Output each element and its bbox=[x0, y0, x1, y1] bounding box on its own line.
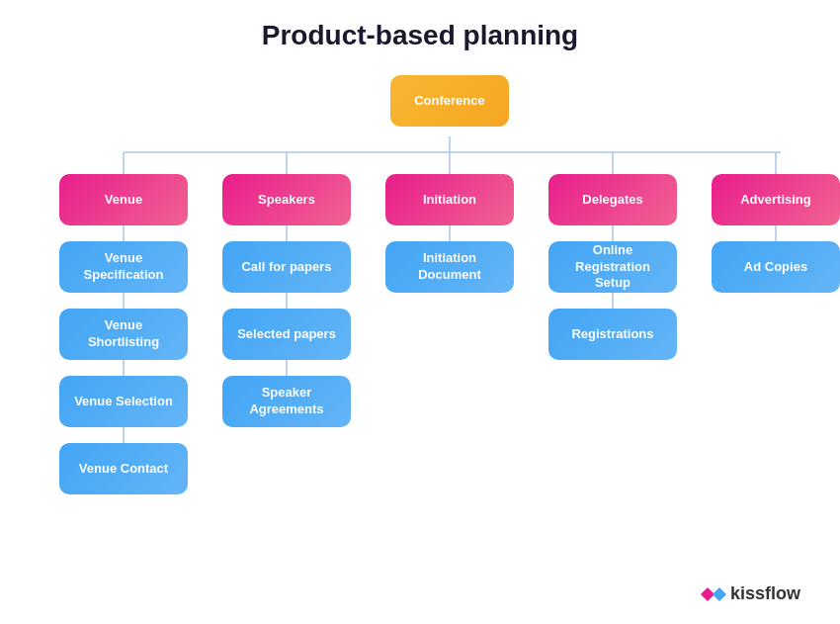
node-venue-sel[interactable]: Venue Selection bbox=[59, 376, 188, 427]
node-venue-spec[interactable]: Venue Specification bbox=[59, 241, 188, 293]
node-advertising[interactable]: Advertising bbox=[712, 174, 840, 225]
node-speaker-agree[interactable]: Speaker Agreements bbox=[222, 376, 351, 427]
node-registrations[interactable]: Registrations bbox=[548, 309, 677, 360]
node-ad-copies[interactable]: Ad Copies bbox=[712, 241, 840, 293]
kissflow-text: kissflow bbox=[730, 583, 800, 604]
node-delegates[interactable]: Delegates bbox=[548, 174, 677, 225]
chart: Conference Venue Venue Specification Ven… bbox=[30, 75, 810, 624]
node-venue-contact[interactable]: Venue Contact bbox=[59, 443, 188, 494]
node-conference[interactable]: Conference bbox=[390, 75, 509, 127]
kissflow-logo: kissflow bbox=[703, 583, 800, 604]
page-title: Product-based planning bbox=[30, 20, 810, 51]
node-venue-short[interactable]: Venue Shortlisting bbox=[59, 309, 188, 360]
kissflow-icon bbox=[703, 589, 724, 599]
node-online-reg[interactable]: Online Registration Setup bbox=[548, 241, 677, 293]
node-venue[interactable]: Venue bbox=[59, 174, 188, 225]
node-call-papers[interactable]: Call for papers bbox=[222, 241, 351, 293]
node-speakers[interactable]: Speakers bbox=[222, 174, 351, 225]
node-selected-papers[interactable]: Selected papers bbox=[222, 309, 351, 360]
logo-diamond-blue bbox=[713, 586, 726, 600]
node-initiation[interactable]: Initiation bbox=[385, 174, 514, 225]
node-init-doc[interactable]: Initiation Document bbox=[385, 241, 514, 293]
page: Product-based planning bbox=[0, 0, 840, 624]
